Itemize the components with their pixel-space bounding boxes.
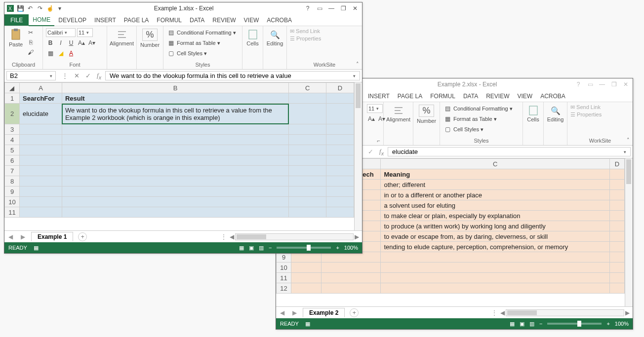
zoom-slider[interactable] [547, 323, 602, 325]
add-sheet-button[interactable]: + [350, 308, 359, 317]
cell[interactable] [609, 180, 624, 190]
cell[interactable] [381, 262, 609, 273]
cell[interactable] [19, 187, 62, 197]
row-header[interactable]: 11 [277, 273, 291, 283]
touch-mode-icon[interactable]: ☝ [46, 4, 54, 12]
cell[interactable] [609, 231, 624, 242]
col-header-a[interactable]: A [19, 83, 62, 93]
cell[interactable] [609, 252, 624, 262]
help-icon[interactable]: ? [574, 80, 582, 88]
cell-b2-selected[interactable]: We want to do the vlookup formula in thi… [62, 104, 288, 124]
cell[interactable] [326, 166, 354, 176]
cell[interactable]: Meaning [381, 169, 609, 180]
formula-bar[interactable]: We want to do the vlookup formula in thi… [105, 71, 360, 80]
fill-color-icon[interactable]: ◢ [56, 49, 65, 58]
cell[interactable] [62, 176, 288, 187]
format-as-table-button[interactable]: ▦Format as Table ▾ [443, 114, 497, 123]
row-header[interactable]: 1 [5, 93, 20, 104]
close-icon[interactable]: ✕ [622, 80, 630, 88]
cell[interactable]: other; different [381, 180, 609, 190]
minimize-icon[interactable]: — [598, 80, 606, 88]
qat-dropdown-icon[interactable]: ▾ [56, 4, 64, 12]
formula-cancel-icon[interactable]: ✕ [74, 72, 80, 79]
cells-button[interactable]: Cells [526, 104, 540, 124]
cell[interactable] [289, 166, 326, 176]
cell[interactable] [289, 207, 326, 218]
cell[interactable] [19, 166, 62, 176]
underline-button[interactable]: U [67, 38, 76, 47]
select-all-corner[interactable]: ◢ [5, 83, 20, 93]
view-page-layout-icon[interactable]: ▣ [249, 245, 254, 251]
cell[interactable] [381, 283, 609, 294]
collapse-ribbon-icon[interactable]: ˄ [627, 137, 630, 144]
copy-icon[interactable]: ⎘ [26, 38, 35, 47]
cell[interactable] [326, 104, 354, 124]
view-normal-icon[interactable]: ▦ [239, 245, 244, 251]
cell[interactable] [62, 207, 288, 218]
cell[interactable] [609, 262, 624, 273]
tab-formulas[interactable]: FORMUL [426, 91, 459, 102]
close-icon[interactable]: ✕ [351, 4, 359, 12]
cell[interactable]: to make clear or plain, especially by ex… [381, 211, 609, 221]
cell[interactable] [326, 155, 354, 166]
tab-page-layout[interactable]: PAGE LA [120, 15, 153, 26]
tab-view[interactable]: VIEW [514, 91, 537, 102]
cell[interactable] [19, 155, 62, 166]
number-format-button[interactable]: % Number [418, 104, 435, 124]
cell[interactable] [291, 262, 321, 273]
help-icon[interactable]: ? [304, 4, 312, 12]
cell[interactable]: in or to a different or another place [381, 190, 609, 200]
borders-icon[interactable]: ▦ [46, 49, 55, 58]
cell[interactable] [321, 273, 381, 283]
hscroll-left-icon[interactable]: ◀ [230, 233, 234, 240]
hscroll-left-icon[interactable]: ◀ [500, 309, 505, 316]
cell[interactable] [62, 166, 288, 176]
tab-acrobat[interactable]: ACROBA [536, 91, 569, 102]
formula-accept-icon[interactable]: ✓ [368, 148, 373, 155]
ribbon-display-icon[interactable]: ▭ [586, 80, 594, 88]
view-page-break-icon[interactable]: ▥ [529, 321, 534, 327]
cell[interactable] [291, 273, 321, 283]
properties-button[interactable]: ☰ Properties [570, 112, 602, 118]
cell[interactable] [381, 252, 609, 262]
row-header[interactable]: 9 [5, 187, 20, 197]
cell[interactable] [289, 104, 326, 124]
cell[interactable] [609, 190, 624, 200]
zoom-percent[interactable]: 100% [344, 245, 358, 251]
col-header-d[interactable]: D [609, 159, 624, 169]
row-header[interactable]: 5 [5, 145, 20, 155]
cell[interactable] [381, 273, 609, 283]
zoom-in-icon[interactable]: + [336, 245, 339, 251]
cell[interactable] [62, 135, 288, 145]
conditional-formatting-button[interactable]: ▤Conditional Formatting ▾ [443, 104, 513, 113]
number-format-button[interactable]: % Number [142, 28, 159, 48]
cell[interactable] [609, 200, 624, 211]
save-icon[interactable]: 💾 [16, 4, 24, 12]
file-tab[interactable]: FILE [4, 14, 29, 26]
cells-button[interactable]: Cells [245, 28, 260, 48]
format-as-table-button[interactable]: ▦Format as Table ▾ [166, 38, 220, 47]
cell[interactable] [19, 176, 62, 187]
vertical-scrollbar[interactable] [625, 158, 633, 306]
cell[interactable] [609, 283, 624, 294]
row-header[interactable]: 2 [5, 104, 20, 124]
sheet-nav-next-icon[interactable]: ▶ [288, 309, 301, 316]
cell[interactable] [289, 187, 326, 197]
name-box[interactable]: B2▾ [6, 71, 56, 80]
cell[interactable] [19, 207, 62, 218]
cell[interactable] [289, 145, 326, 155]
cell[interactable] [62, 187, 288, 197]
zoom-out-icon[interactable]: − [539, 321, 542, 327]
cell[interactable] [321, 283, 381, 294]
cell[interactable] [62, 155, 288, 166]
cell[interactable] [289, 93, 326, 104]
cell[interactable] [62, 124, 288, 135]
cell-b1[interactable]: Result [62, 93, 288, 104]
cell[interactable] [19, 124, 62, 135]
row-header[interactable]: 11 [5, 207, 20, 218]
decrease-font-icon[interactable]: A▾ [87, 38, 96, 47]
increase-font-icon[interactable]: A▴ [367, 114, 376, 123]
sheet-tab-example-2[interactable]: Example 2 [303, 308, 345, 317]
editing-button[interactable]: 🔍Editing [547, 104, 564, 124]
col-header-c[interactable]: C [289, 83, 326, 93]
